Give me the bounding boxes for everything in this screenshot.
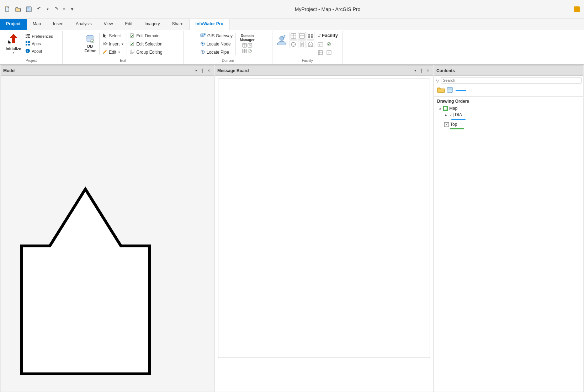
domain-icon-3[interactable] <box>242 49 247 54</box>
group-editing-button[interactable]: Group Editing <box>128 48 164 56</box>
svg-point-44 <box>247 33 248 33</box>
facility-grid-icon-5[interactable] <box>298 41 306 48</box>
tab-edit[interactable]: Edit <box>119 19 139 30</box>
facility-extra-icon-4[interactable]: + <box>325 49 333 57</box>
project-group-label: Project <box>3 58 59 64</box>
domain-icon-1[interactable] <box>242 43 247 48</box>
tab-insert[interactable]: Insert <box>47 19 70 30</box>
undo-dropdown[interactable]: ▼ <box>46 5 50 14</box>
redo-button[interactable] <box>51 5 60 14</box>
locate-pipe-button[interactable]: Locate Pipe <box>199 48 234 56</box>
svg-rect-15 <box>28 41 30 43</box>
open-file-icon[interactable] <box>14 5 23 14</box>
facility-grid-icon-2[interactable] <box>298 32 306 40</box>
tab-analysis[interactable]: Analysis <box>70 19 98 30</box>
contents-drawing-orders: Drawing Orders ▲ Map ▲ ✓ DIA <box>434 97 583 131</box>
facility-grid-icon-1[interactable] <box>290 32 297 40</box>
svg-rect-52 <box>248 43 252 47</box>
tab-view[interactable]: View <box>98 19 119 30</box>
svg-rect-16 <box>26 44 27 45</box>
facility-extra-icon-3[interactable] <box>317 49 324 57</box>
contents-database-icon[interactable] <box>446 87 453 95</box>
facility-grid-icon-4[interactable] <box>290 41 297 48</box>
contents-panel-body: ▽ Drawing Orders ▲ <box>434 76 583 392</box>
ribbon-group-domain: GIS Gateway Locate Node <box>184 31 272 64</box>
svg-rect-66 <box>308 34 310 36</box>
svg-rect-67 <box>311 34 313 36</box>
message-board-content <box>218 79 430 358</box>
facility-extra-icon-1[interactable] <box>317 40 324 48</box>
insert-dropdown[interactable]: ▼ <box>121 43 124 46</box>
facility-hash-label[interactable]: # Facility <box>317 32 339 39</box>
message-board-close[interactable]: ✕ <box>425 68 431 74</box>
svg-point-31 <box>204 33 206 35</box>
contents-filter-icon[interactable]: ▽ <box>436 77 440 83</box>
redo-dropdown[interactable]: ▼ <box>62 5 66 14</box>
corner-accent <box>574 6 580 12</box>
tab-project[interactable]: Project <box>0 19 27 30</box>
locate-node-button[interactable]: Locate Node <box>199 40 234 48</box>
tab-infowater[interactable]: InfoWater Pro <box>190 19 229 30</box>
map-color-box <box>443 106 448 111</box>
facility-main-icon[interactable]: # <box>275 34 288 47</box>
tab-map[interactable]: Map <box>27 19 47 30</box>
contents-search-input[interactable] <box>441 77 582 84</box>
svg-rect-56 <box>243 51 244 53</box>
svg-marker-7 <box>8 40 11 44</box>
top-checkbox[interactable]: ✓ <box>444 122 449 127</box>
facility-extra-icon-2[interactable] <box>325 40 333 48</box>
undo-button[interactable] <box>35 5 44 14</box>
gis-gateway-button[interactable]: GIS Gateway <box>199 32 234 40</box>
about-button[interactable]: i About <box>24 48 59 55</box>
facility-grid-icon-6[interactable] <box>307 41 314 48</box>
model-panel-close[interactable]: ✕ <box>206 68 212 74</box>
svg-point-58 <box>248 49 252 53</box>
edit-domain-icon <box>130 33 135 39</box>
model-panel-dropdown[interactable]: ▾ <box>193 68 199 74</box>
domain-icon-2[interactable] <box>248 43 253 48</box>
contents-folder-icon[interactable] <box>437 87 445 95</box>
new-file-icon[interactable] <box>3 5 12 14</box>
tab-share[interactable]: Share <box>166 19 190 30</box>
edit-selection-icon <box>130 41 135 47</box>
save-icon[interactable] <box>24 5 33 14</box>
ribbon-group-project: Initialize ▼ <box>0 31 63 64</box>
insert-button[interactable]: Insert ▼ <box>101 40 125 48</box>
map-tree-label: Map <box>449 106 457 111</box>
dia-expand-icon[interactable]: ▲ <box>444 113 447 117</box>
edit-domain-button[interactable]: Edit Domain <box>128 32 164 40</box>
customize-icon[interactable]: ▼ <box>68 5 77 14</box>
dia-checkbox[interactable]: ✓ <box>449 113 453 117</box>
tree-item-dia: ▲ ✓ DIA <box>444 112 580 118</box>
model-panel-body <box>1 76 214 392</box>
message-board-dropdown[interactable]: ▾ <box>412 68 418 74</box>
apps-button[interactable]: Apps <box>24 40 59 47</box>
domain-manager-button[interactable]: Domain Manager <box>237 31 257 55</box>
contents-panel-header: Contents <box>434 66 583 76</box>
initialize-dropdown-arrow[interactable]: ▼ <box>12 51 15 54</box>
message-board-pin[interactable] <box>419 68 424 74</box>
title-bar: ▼ ▼ ▼ MyProject - Map - ArcGIS Pro <box>0 0 584 18</box>
svg-rect-3 <box>27 7 30 9</box>
edit-button[interactable]: Edit ▼ <box>101 48 125 56</box>
domain-icon-4[interactable] <box>248 49 253 54</box>
panels-area: Model ▾ ✕ Message Board ▾ ✕ <box>0 65 584 392</box>
facility-grid-icon-3[interactable] <box>307 32 314 40</box>
select-button[interactable]: Select <box>101 32 125 40</box>
tab-imagery[interactable]: Imagery <box>138 19 166 30</box>
model-panel-pin[interactable] <box>200 68 205 74</box>
edit-selection-button[interactable]: Edit Selection <box>128 40 164 48</box>
edit-dropdown[interactable]: ▼ <box>118 51 121 54</box>
db-editor-button[interactable]: DB Editor <box>82 31 98 55</box>
svg-rect-23 <box>106 43 107 44</box>
svg-point-33 <box>202 43 203 44</box>
contents-blue-line <box>456 90 466 91</box>
ribbon-group-edit: DB Editor Select <box>63 31 184 64</box>
svg-rect-68 <box>308 36 310 38</box>
svg-rect-86 <box>318 50 323 55</box>
facility-group-label: Facility <box>275 58 339 64</box>
map-expand-icon[interactable]: ▲ <box>439 107 442 110</box>
cursor-icon <box>102 33 107 39</box>
initialize-button[interactable]: Initialize ▼ <box>3 31 24 55</box>
preferences-button[interactable]: Preferences <box>24 33 59 40</box>
